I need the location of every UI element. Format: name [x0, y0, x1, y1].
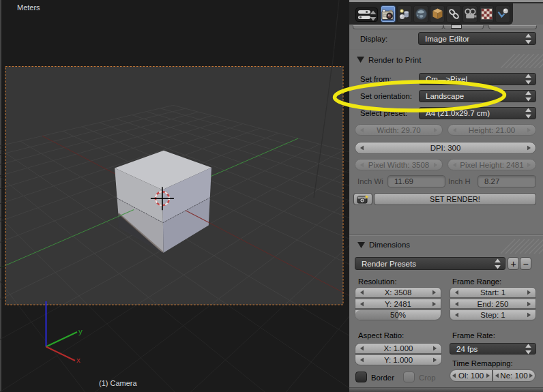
svg-text:Meters: Meters	[17, 3, 40, 12]
svg-text:(1) Camera: (1) Camera	[99, 379, 138, 387]
svg-text:x: x	[76, 356, 80, 364]
svg-text:y: y	[78, 327, 83, 335]
